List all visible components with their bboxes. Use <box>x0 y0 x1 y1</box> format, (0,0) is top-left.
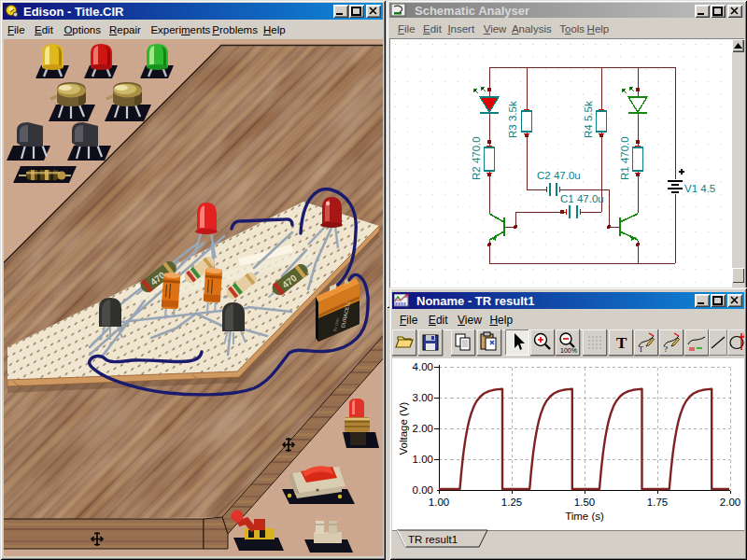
svg-text:1.50: 1.50 <box>574 497 595 508</box>
svg-text:1.00: 1.00 <box>413 454 433 465</box>
svg-text:1.75: 1.75 <box>647 497 668 508</box>
svg-text:1.25: 1.25 <box>501 497 522 508</box>
svg-text:V1 4.5: V1 4.5 <box>684 183 715 194</box>
svg-text:C2 47.0u: C2 47.0u <box>537 170 581 181</box>
svg-text:TR result1: TR result1 <box>408 534 458 545</box>
svg-text:T: T <box>639 345 643 354</box>
svg-text:3.00: 3.00 <box>413 392 433 403</box>
svg-text:C1 47.0u: C1 47.0u <box>560 193 604 204</box>
svg-text:?: ? <box>664 344 668 354</box>
svg-text:R4 5.5k: R4 5.5k <box>583 101 594 138</box>
svg-text:1.00: 1.00 <box>429 497 449 508</box>
svg-text:2.00: 2.00 <box>413 423 433 434</box>
svg-text:4.00: 4.00 <box>413 361 433 372</box>
svg-text:Time (s): Time (s) <box>565 511 604 522</box>
svg-text:R3 3.5k: R3 3.5k <box>507 101 518 138</box>
svg-text:2.00: 2.00 <box>720 497 740 508</box>
svg-text:100%: 100% <box>560 347 577 354</box>
svg-text:Voltage (V): Voltage (V) <box>398 401 409 455</box>
svg-text:a: a <box>743 330 744 339</box>
svg-text:T: T <box>616 334 627 352</box>
svg-text:0.00: 0.00 <box>413 484 433 496</box>
svg-text:R2 470.0: R2 470.0 <box>471 136 482 180</box>
svg-text:R1 470.0: R1 470.0 <box>619 136 630 180</box>
